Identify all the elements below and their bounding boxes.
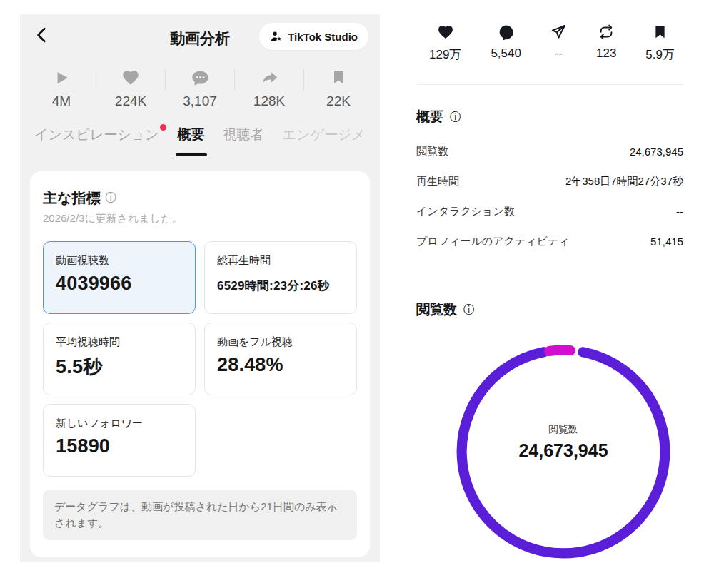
updated-timestamp: 2026/2/3に更新されました。 bbox=[43, 212, 357, 225]
views-donut-chart: 閲覧数 24,673,945 bbox=[452, 340, 675, 563]
tab-label: エンゲージメ bbox=[283, 127, 366, 142]
video-stats-row: 4M 224K 3,107 128K 22K bbox=[20, 63, 380, 114]
notification-dot bbox=[160, 124, 166, 131]
overview-rows: 閲覧数 24,673,945 再生時間 2年358日7時間27分37秒 インタラ… bbox=[416, 136, 683, 256]
stat-value: 128K bbox=[253, 93, 285, 109]
tab-engagement[interactable]: エンゲージメ bbox=[283, 126, 366, 160]
stat-value: 4M bbox=[52, 93, 71, 109]
key-metrics-title: 主な指標 bbox=[43, 188, 100, 208]
tab-label: インスピレーション bbox=[34, 127, 159, 142]
tab-overview[interactable]: 概要 bbox=[178, 126, 205, 160]
metric-card-total-play-time[interactable]: 総再生時間 6529時間:23分:26秒 bbox=[204, 241, 357, 314]
row-value: 2年358日7時間27分37秒 bbox=[565, 175, 683, 188]
person-add-icon bbox=[270, 30, 283, 43]
metric-label: 総再生時間 bbox=[217, 254, 344, 268]
donut-center-label: 閲覧数 bbox=[549, 423, 578, 436]
info-icon[interactable]: ⓘ bbox=[450, 110, 461, 125]
stat-shares: -- bbox=[550, 24, 567, 63]
bookmark-icon bbox=[653, 24, 668, 41]
header: 動画分析 TikTok Studio bbox=[20, 14, 380, 54]
info-icon[interactable]: ⓘ bbox=[105, 191, 116, 206]
tiktok-studio-button[interactable]: TikTok Studio bbox=[259, 23, 368, 50]
video-analytics-screen: 動画分析 TikTok Studio 4M 224K bbox=[20, 14, 380, 562]
comment-icon bbox=[498, 24, 515, 41]
stat-reposts: 123 bbox=[596, 24, 616, 63]
metric-card-avg-watch-time[interactable]: 平均視聴時間 5.5秒 bbox=[43, 323, 196, 395]
row-label: プロフィールのアクティビティ bbox=[416, 235, 570, 248]
stat-shares: 128K bbox=[235, 69, 303, 109]
donut-center-value: 24,673,945 bbox=[518, 440, 608, 461]
stat-value: 224K bbox=[115, 93, 146, 109]
studio-button-label: TikTok Studio bbox=[288, 31, 358, 43]
row-label: 閲覧数 bbox=[416, 145, 448, 158]
send-icon bbox=[550, 24, 567, 41]
row-profile-activity: プロフィールのアクティビティ 51,415 bbox=[416, 226, 683, 256]
stat-saves: 22K bbox=[304, 69, 373, 109]
post-stats-row: 129万 5,540 -- 123 bbox=[416, 24, 683, 63]
stat-value: 129万 bbox=[429, 46, 461, 63]
stat-value: 5,540 bbox=[491, 46, 521, 61]
data-graph-note: データグラフは、動画が投稿された日から21日間のみ表示されます。 bbox=[43, 490, 357, 540]
metric-label: 平均視聴時間 bbox=[56, 335, 183, 349]
metric-label: 新しいフォロワー bbox=[56, 417, 183, 430]
row-views: 閲覧数 24,673,945 bbox=[416, 136, 683, 166]
divider bbox=[416, 84, 683, 85]
metric-value: 28.48% bbox=[217, 354, 344, 376]
stat-saves: 5.9万 bbox=[645, 24, 675, 63]
comment-icon bbox=[191, 69, 210, 87]
stat-value: -- bbox=[555, 46, 563, 61]
info-icon[interactable]: ⓘ bbox=[463, 303, 475, 318]
row-label: 再生時間 bbox=[416, 175, 459, 188]
share-icon bbox=[260, 69, 279, 87]
repost-icon bbox=[598, 24, 615, 41]
metric-label: 動画視聴数 bbox=[56, 254, 183, 268]
stat-likes: 129万 bbox=[429, 24, 461, 63]
donut-center-text: 閲覧数 24,673,945 bbox=[452, 330, 675, 553]
metric-cards-grid: 動画視聴数 4039966 総再生時間 6529時間:23分:26秒 平均視聴時… bbox=[43, 241, 357, 477]
tab-bar: インスピレーション 概要 視聴者 エンゲージメ bbox=[20, 126, 380, 160]
stat-value: 5.9万 bbox=[645, 46, 675, 63]
tab-label: 概要 bbox=[178, 127, 205, 142]
row-value: 24,673,945 bbox=[630, 146, 683, 158]
row-label: インタラクション数 bbox=[416, 205, 515, 218]
metric-value: 6529時間:23分:26秒 bbox=[217, 278, 344, 294]
stat-comments: 5,540 bbox=[491, 24, 521, 63]
metric-card-video-views[interactable]: 動画視聴数 4039966 bbox=[43, 241, 196, 314]
tab-inspiration[interactable]: インスピレーション bbox=[34, 126, 159, 160]
stat-value: 123 bbox=[596, 46, 616, 61]
play-icon bbox=[52, 69, 71, 87]
metric-value: 5.5秒 bbox=[56, 354, 183, 380]
row-value: -- bbox=[676, 206, 683, 218]
metric-card-new-followers[interactable]: 新しいフォロワー 15890 bbox=[43, 404, 196, 477]
metric-value: 15890 bbox=[56, 435, 183, 457]
tab-viewers[interactable]: 視聴者 bbox=[223, 126, 264, 160]
metric-card-watched-full[interactable]: 動画をフル視聴 28.48% bbox=[204, 323, 357, 395]
metric-label: 動画をフル視聴 bbox=[217, 335, 344, 349]
row-play-time: 再生時間 2年358日7時間27分37秒 bbox=[416, 166, 683, 196]
stat-likes: 224K bbox=[96, 69, 165, 109]
row-value: 51,415 bbox=[650, 235, 683, 248]
stat-comments: 3,107 bbox=[166, 69, 234, 109]
stat-value: 3,107 bbox=[183, 93, 217, 109]
overview-analytics-screen: 129万 5,540 -- 123 bbox=[400, 0, 714, 588]
stat-value: 22K bbox=[326, 93, 351, 109]
chevron-left-icon bbox=[33, 26, 51, 44]
views-section-title: 閲覧数 bbox=[416, 300, 457, 319]
bookmark-icon bbox=[330, 69, 347, 87]
heart-icon bbox=[437, 24, 454, 41]
stat-plays: 4M bbox=[27, 69, 96, 109]
back-button[interactable] bbox=[33, 26, 51, 44]
overview-section-title: 概要 bbox=[416, 108, 443, 126]
heart-icon bbox=[121, 69, 140, 87]
metric-value: 4039966 bbox=[56, 273, 183, 295]
key-metrics-card: 主な指標 ⓘ 2026/2/3に更新されました。 動画視聴数 4039966 総… bbox=[30, 171, 370, 557]
tab-label: 視聴者 bbox=[223, 127, 264, 142]
row-interactions: インタラクション数 -- bbox=[416, 196, 683, 226]
